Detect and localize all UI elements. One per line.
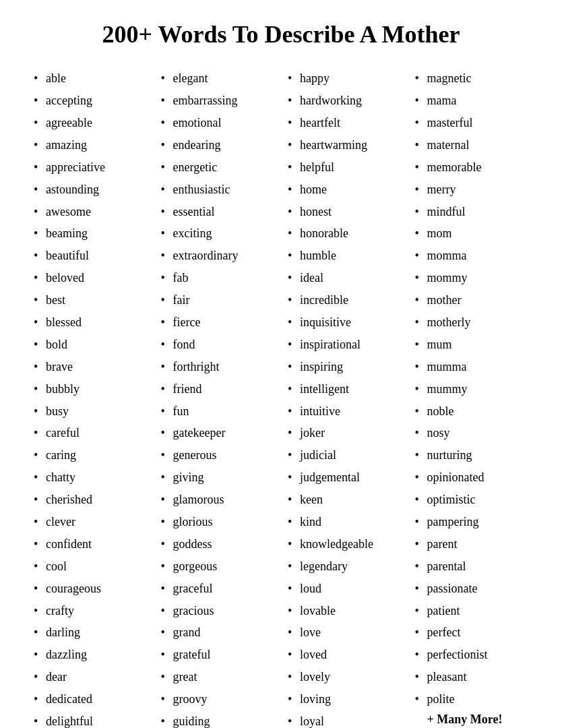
list-item: joker xyxy=(288,424,402,443)
list-item: inquisitive xyxy=(288,313,402,332)
list-item: judgemental xyxy=(288,468,402,487)
list-item: pleasant xyxy=(415,668,529,687)
word-column-1: ableacceptingagreeableamazingappreciativ… xyxy=(27,69,154,728)
list-item: love xyxy=(288,624,402,642)
list-item: delightful xyxy=(34,712,148,728)
list-item: best xyxy=(34,291,148,310)
list-item: merry xyxy=(415,181,529,200)
list-item: kind xyxy=(288,513,402,532)
list-item: mum xyxy=(415,336,529,355)
list-item: loud xyxy=(288,580,402,599)
list-item: happy xyxy=(288,69,402,88)
page-title: 200+ Words To Describe A Mother xyxy=(27,20,535,49)
list-item: lovely xyxy=(288,668,402,687)
list-item: glorious xyxy=(161,513,275,532)
list-item: endearing xyxy=(161,136,275,155)
list-item: friend xyxy=(161,380,275,399)
list-item: intelligent xyxy=(288,380,402,399)
list-item: passionate xyxy=(415,580,529,599)
list-item: goddess xyxy=(161,535,275,554)
list-item: noble xyxy=(415,402,529,421)
list-item: emotional xyxy=(161,114,275,133)
list-item: energetic xyxy=(161,158,275,177)
list-item: ideal xyxy=(288,269,402,288)
list-item: cherished xyxy=(34,491,148,510)
list-item: magnetic xyxy=(415,69,529,88)
list-item: nosy xyxy=(415,424,529,443)
list-item: beaming xyxy=(34,224,148,243)
list-item: extraordinary xyxy=(161,247,275,266)
list-item: dear xyxy=(34,668,148,687)
list-item: bold xyxy=(34,336,148,355)
list-item: mumma xyxy=(415,358,529,377)
list-item: loving xyxy=(288,690,402,709)
list-item: helpful xyxy=(288,158,402,177)
list-item: awesome xyxy=(34,203,148,222)
list-item: grand xyxy=(161,624,275,642)
list-item: honest xyxy=(288,203,402,222)
list-item: accepting xyxy=(34,92,148,111)
list-item: loved xyxy=(288,646,402,665)
list-item: chatty xyxy=(34,468,148,487)
list-item: clever xyxy=(34,513,148,532)
list-item: intuitive xyxy=(288,402,402,421)
word-column-3: happyhardworkingheartfeltheartwarminghel… xyxy=(281,69,408,728)
list-item: parental xyxy=(415,557,529,576)
list-item: judicial xyxy=(288,446,402,465)
list-item: cool xyxy=(34,557,148,576)
list-item: inspiring xyxy=(288,358,402,377)
list-item: polite xyxy=(415,690,529,709)
list-item: fierce xyxy=(161,313,275,332)
list-item: momma xyxy=(415,247,529,266)
list-item: legendary xyxy=(288,557,402,576)
list-item: brave xyxy=(34,358,148,377)
list-item: honorable xyxy=(288,224,402,243)
list-item: graceful xyxy=(161,580,275,599)
list-item: motherly xyxy=(415,313,529,332)
list-item: exciting xyxy=(161,224,275,243)
list-item: fair xyxy=(161,291,275,310)
list-item: appreciative xyxy=(34,158,148,177)
list-item: parent xyxy=(415,535,529,554)
list-item: nurturing xyxy=(415,446,529,465)
list-item: blessed xyxy=(34,313,148,332)
list-item: careful xyxy=(34,424,148,443)
list-item: mama xyxy=(415,92,529,111)
list-item: gracious xyxy=(161,602,275,621)
list-item: astounding xyxy=(34,181,148,200)
list-item: fab xyxy=(161,269,275,288)
list-item: heartfelt xyxy=(288,114,402,133)
list-item: home xyxy=(288,181,402,200)
list-item: beautiful xyxy=(34,247,148,266)
list-item: confident xyxy=(34,535,148,554)
list-item: dedicated xyxy=(34,690,148,709)
list-item: maternal xyxy=(415,136,529,155)
list-item: incredible xyxy=(288,291,402,310)
list-item: humble xyxy=(288,247,402,266)
list-item: pampering xyxy=(415,513,529,532)
word-column-2: elegantembarrassingemotionalendearingene… xyxy=(154,69,282,728)
list-item: caring xyxy=(34,446,148,465)
word-grid: ableacceptingagreeableamazingappreciativ… xyxy=(27,69,535,728)
list-item: embarrassing xyxy=(161,92,275,111)
list-item: mindful xyxy=(415,203,529,222)
list-item: able xyxy=(34,69,148,88)
list-item: fond xyxy=(161,336,275,355)
list-item: masterful xyxy=(415,114,529,133)
list-item: darling xyxy=(34,624,148,642)
list-item: gatekeeper xyxy=(161,424,275,443)
list-item: giving xyxy=(161,468,275,487)
list-item: optimistic xyxy=(415,491,529,510)
list-item: grateful xyxy=(161,646,275,665)
list-item: keen xyxy=(288,491,402,510)
list-item: mommy xyxy=(415,269,529,288)
list-item: mummy xyxy=(415,380,529,399)
list-item: enthusiastic xyxy=(161,181,275,200)
list-item: mother xyxy=(415,291,529,310)
list-item: mom xyxy=(415,224,529,243)
list-item: knowledgeable xyxy=(288,535,402,554)
list-item: fun xyxy=(161,402,275,421)
list-item: great xyxy=(161,668,275,687)
list-item: crafty xyxy=(34,602,148,621)
list-item: patient xyxy=(415,602,529,621)
